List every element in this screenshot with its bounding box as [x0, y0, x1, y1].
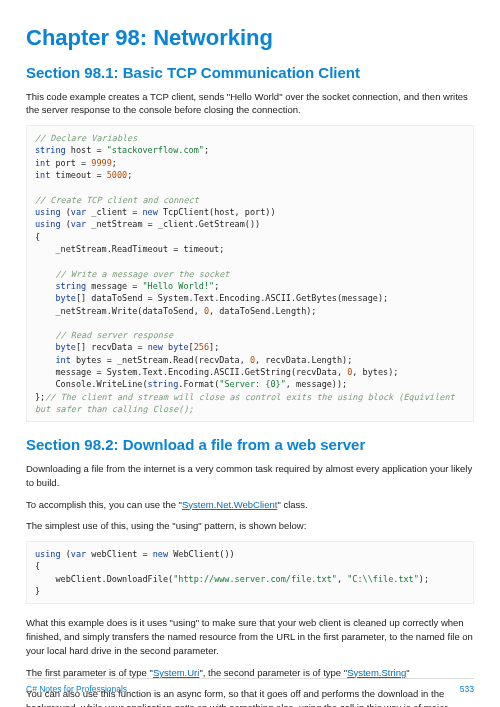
webclient-link[interactable]: System.Net.WebClient — [182, 499, 277, 510]
page-footer: C# Notes for Professionals 533 — [26, 678, 474, 695]
footer-left: C# Notes for Professionals — [26, 683, 127, 695]
code-block-1: // Declare Variables string host = "stac… — [26, 125, 474, 422]
section-1-intro: This code example creates a TCP client, … — [26, 90, 474, 118]
section-2-p3: The simplest use of this, using the "usi… — [26, 519, 474, 533]
code-block-2: using (var webClient = new WebClient()) … — [26, 541, 474, 604]
footer-page-number: 533 — [460, 683, 474, 695]
section-2-p1: Downloading a file from the internet is … — [26, 462, 474, 490]
section-2-p2: To accomplish this, you can use the "Sys… — [26, 498, 474, 512]
chapter-title: Chapter 98: Networking — [26, 22, 474, 54]
section-2-title: Section 98.2: Download a file from a web… — [26, 434, 474, 456]
section-2-p4: What this example does is it uses "using… — [26, 616, 474, 657]
section-1-title: Section 98.1: Basic TCP Communication Cl… — [26, 62, 474, 84]
system-string-link[interactable]: System.String — [347, 667, 406, 678]
system-uri-link[interactable]: System.Uri — [153, 667, 199, 678]
